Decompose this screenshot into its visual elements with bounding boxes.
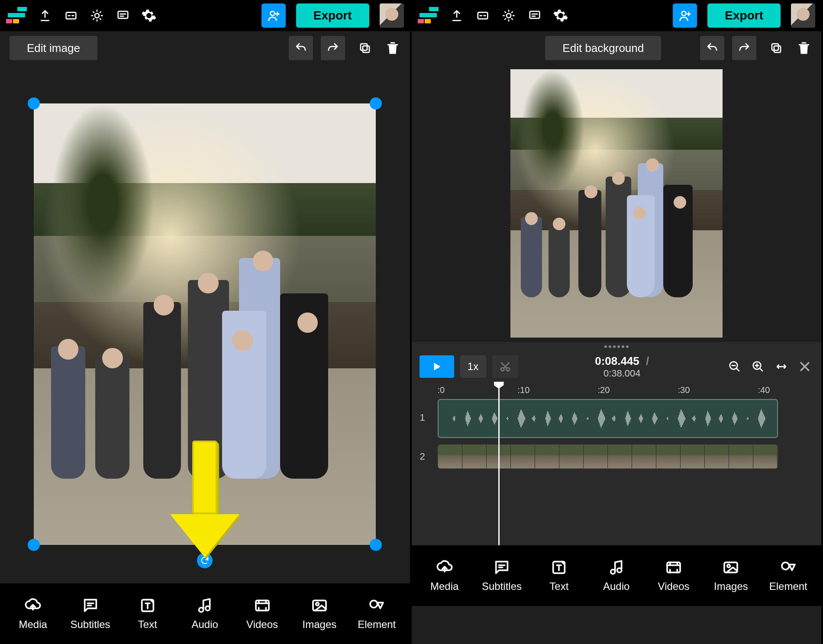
- tool-label: Element: [358, 618, 396, 631]
- upload-icon[interactable]: [449, 8, 465, 23]
- panel-drag-handle[interactable]: [412, 342, 822, 351]
- tool-elements[interactable]: Element: [353, 597, 400, 631]
- transport-bar: 1x 0:08.445 / 0:38.004: [412, 351, 822, 382]
- settings-icon[interactable]: [553, 8, 568, 23]
- svg-point-23: [617, 568, 621, 573]
- tool-audio[interactable]: Audio: [181, 597, 229, 631]
- svg-point-3: [270, 11, 274, 16]
- audio-track-clip[interactable]: [438, 399, 778, 438]
- video-track-clip[interactable]: [438, 444, 778, 469]
- undo-button[interactable]: [700, 36, 724, 60]
- duration: 0:38.004: [524, 368, 720, 379]
- app-logo[interactable]: [418, 7, 439, 24]
- svg-rect-24: [667, 562, 680, 572]
- redo-button[interactable]: [732, 36, 756, 60]
- resize-handle-br[interactable]: [370, 539, 382, 551]
- svg-point-26: [727, 564, 730, 567]
- undo-button[interactable]: [289, 36, 313, 60]
- close-timeline-button[interactable]: [796, 358, 813, 375]
- delete-icon[interactable]: [796, 40, 812, 56]
- tool-label: Subtitles: [70, 618, 110, 631]
- timecode-display: 0:08.445 / 0:38.004: [524, 354, 720, 379]
- canvas[interactable]: [412, 65, 822, 342]
- ruler-mark: :0: [438, 385, 445, 395]
- bottom-toolbar: Media Subtitles Text Audio Videos Images…: [0, 583, 410, 644]
- timeline-panel: 1x 0:08.445 / 0:38.004: [412, 342, 822, 545]
- app-logo[interactable]: [6, 7, 27, 24]
- upload-icon[interactable]: [37, 8, 53, 23]
- comment-icon[interactable]: [527, 8, 542, 23]
- tool-label: Media: [430, 580, 458, 592]
- add-user-button[interactable]: [673, 3, 697, 28]
- playback-speed-button[interactable]: 1x: [460, 355, 486, 378]
- action-bar: Edit background: [412, 31, 822, 65]
- timeline-tracks[interactable]: 1 2: [412, 399, 822, 545]
- export-button[interactable]: Export: [707, 3, 781, 28]
- svg-rect-14: [529, 11, 539, 18]
- delete-icon[interactable]: [385, 40, 400, 56]
- tool-videos[interactable]: Videos: [239, 597, 286, 631]
- canvas-image[interactable]: [510, 69, 723, 338]
- svg-point-11: [370, 600, 378, 608]
- tool-videos[interactable]: Videos: [650, 559, 697, 592]
- tutorial-arrow-annotation: [179, 441, 231, 557]
- fit-button[interactable]: [773, 358, 790, 375]
- tool-media[interactable]: Media: [9, 597, 57, 631]
- time-separator: /: [646, 354, 649, 367]
- ruler-mark: :10: [518, 385, 530, 395]
- svg-point-7: [206, 606, 210, 611]
- svg-rect-9: [313, 600, 326, 610]
- brightness-icon[interactable]: [89, 8, 105, 23]
- zoom-in-button[interactable]: [749, 358, 767, 375]
- topbar: Export: [0, 0, 410, 31]
- caption-icon[interactable]: [475, 8, 491, 23]
- svg-point-10: [316, 602, 319, 605]
- brightness-icon[interactable]: [501, 8, 516, 23]
- tool-subtitles[interactable]: Subtitles: [67, 597, 114, 631]
- canvas[interactable]: [0, 65, 410, 583]
- waveform: [441, 402, 775, 435]
- user-avatar[interactable]: [380, 3, 404, 28]
- topbar: Export: [412, 0, 822, 31]
- edit-background-button[interactable]: Edit background: [545, 36, 661, 60]
- tool-audio[interactable]: Audio: [593, 559, 640, 592]
- svg-point-15: [682, 11, 686, 16]
- svg-rect-25: [724, 562, 737, 572]
- resize-handle-bl[interactable]: [28, 539, 40, 551]
- svg-rect-16: [774, 46, 781, 52]
- user-avatar[interactable]: [791, 3, 815, 28]
- resize-handle-tr[interactable]: [370, 97, 382, 109]
- tool-label: Text: [549, 580, 568, 592]
- current-time: 0:08.445: [595, 354, 639, 367]
- redo-button[interactable]: [321, 36, 345, 60]
- tool-label: Audio: [603, 580, 629, 592]
- caption-icon[interactable]: [63, 8, 79, 23]
- tool-images[interactable]: Images: [707, 559, 755, 592]
- split-button[interactable]: [492, 355, 518, 378]
- tool-elements[interactable]: Element: [765, 559, 812, 592]
- tool-subtitles[interactable]: Subtitles: [478, 559, 526, 592]
- resize-handle-tl[interactable]: [28, 97, 40, 109]
- ruler-mark: :20: [598, 385, 610, 395]
- copy-icon[interactable]: [768, 40, 784, 56]
- tool-media[interactable]: Media: [421, 559, 468, 592]
- zoom-out-button[interactable]: [726, 358, 743, 375]
- playhead[interactable]: [498, 382, 500, 545]
- svg-rect-17: [772, 44, 778, 50]
- edit-image-button[interactable]: Edit image: [10, 36, 97, 60]
- copy-icon[interactable]: [357, 40, 373, 56]
- track-index-video: 2: [412, 451, 433, 462]
- tool-label: Videos: [246, 618, 278, 631]
- comment-icon[interactable]: [115, 8, 131, 23]
- play-button[interactable]: [420, 355, 454, 378]
- tool-images[interactable]: Images: [296, 597, 343, 631]
- timeline-ruler[interactable]: :0 :10 :20 :30 :40: [412, 382, 822, 399]
- ruler-mark: :30: [678, 385, 690, 395]
- add-user-button[interactable]: [261, 3, 286, 28]
- tool-text[interactable]: Text: [124, 597, 171, 631]
- tool-text[interactable]: Text: [535, 559, 583, 592]
- settings-icon[interactable]: [141, 8, 157, 23]
- export-button[interactable]: Export: [296, 3, 369, 28]
- action-bar: Edit image: [0, 31, 410, 65]
- svg-point-1: [95, 13, 99, 18]
